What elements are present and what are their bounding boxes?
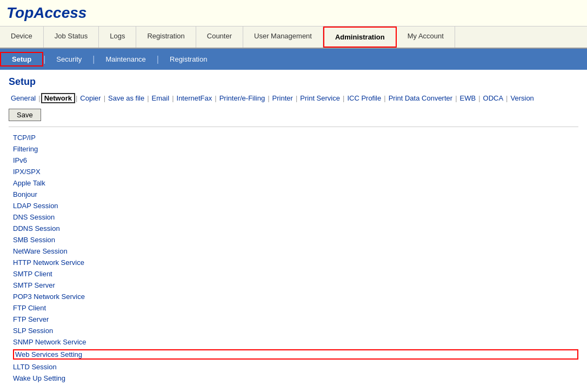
section-tab-network[interactable]: Network [41, 93, 75, 103]
top-nav-item-registration[interactable]: Registration [136, 26, 196, 48]
nav-list-item-ddns-session[interactable]: DDNS Session [13, 224, 578, 232]
section-tab-internetfax[interactable]: InternetFax [175, 94, 215, 102]
content: Setup General | Network | Copier | Save … [0, 70, 587, 389]
nav-list-item-http-network-service[interactable]: HTTP Network Service [13, 258, 578, 267]
section-tab-separator: | [76, 94, 77, 102]
section-tab-version[interactable]: Version [508, 94, 536, 102]
section-tab-separator: | [506, 94, 508, 102]
nav-list: TCP/IPFilteringIPv6IPX/SPXApple TalkBonj… [13, 134, 578, 382]
nav-list-item-lltd-session[interactable]: LLTD Session [13, 363, 578, 371]
top-nav: DeviceJob StatusLogsRegistrationCounterU… [0, 26, 587, 49]
logo: TopAccess [6, 4, 581, 22]
section-tab-print-data-converter[interactable]: Print Data Converter [386, 94, 455, 102]
sub-nav-item-maintenance[interactable]: Maintenance [95, 53, 156, 65]
section-tab-separator: | [296, 94, 297, 102]
section-tab-print-service[interactable]: Print Service [298, 94, 342, 102]
nav-list-item-wake-up-setting[interactable]: Wake Up Setting [13, 374, 578, 382]
nav-list-item-ipxspx[interactable]: IPX/SPX [13, 168, 578, 176]
nav-list-item-dns-session[interactable]: DNS Session [13, 213, 578, 221]
section-tab-separator: | [172, 94, 174, 102]
section-tab-separator: | [268, 94, 269, 102]
section-tab-separator: | [384, 94, 385, 102]
section-tab-separator: | [455, 94, 457, 102]
top-nav-item-device[interactable]: Device [0, 26, 44, 48]
section-tab-odca[interactable]: ODCA [481, 94, 506, 102]
nav-list-item-netware-session[interactable]: NetWare Session [13, 247, 578, 255]
nav-list-item-bonjour[interactable]: Bonjour [13, 190, 578, 198]
section-tab-separator: | [104, 94, 105, 102]
nav-list-item-smtp-client[interactable]: SMTP Client [13, 270, 578, 278]
nav-list-item-ipv6[interactable]: IPv6 [13, 156, 578, 164]
nav-list-item-slp-session[interactable]: SLP Session [13, 327, 578, 335]
top-nav-item-user-management[interactable]: User Management [243, 26, 323, 48]
top-nav-item-my-account[interactable]: My Account [397, 26, 455, 48]
section-tab-separator: | [215, 94, 216, 102]
save-button[interactable]: Save [9, 109, 41, 121]
divider [9, 127, 578, 127]
sub-nav-item-registration[interactable]: Registration [159, 53, 218, 65]
nav-list-item-snmp-network-service[interactable]: SNMP Network Service [13, 338, 578, 346]
section-tab-separator: | [147, 94, 149, 102]
section-tab-printer-e-filing[interactable]: Printer/e-Filing [217, 94, 268, 102]
nav-list-item-smtp-server[interactable]: SMTP Server [13, 281, 578, 289]
nav-list-item-ftp-server[interactable]: FTP Server [13, 315, 578, 323]
section-tab-ewb[interactable]: EWB [458, 94, 478, 102]
top-nav-item-job-status[interactable]: Job Status [44, 26, 99, 48]
top-nav-item-logs[interactable]: Logs [99, 26, 136, 48]
nav-list-item-appletalk[interactable]: Apple Talk [13, 179, 578, 187]
nav-list-item-tcpip[interactable]: TCP/IP [13, 134, 578, 142]
page-title: Setup [9, 76, 578, 88]
section-tab-copier[interactable]: Copier [78, 94, 103, 102]
section-tab-separator: | [343, 94, 344, 102]
top-nav-item-counter[interactable]: Counter [196, 26, 243, 48]
section-tab-printer[interactable]: Printer [270, 94, 295, 102]
sub-nav: Setup|Security|Maintenance|Registration [0, 49, 587, 70]
section-tabs: General | Network | Copier | Save as fil… [9, 93, 578, 103]
section-tab-email[interactable]: Email [150, 94, 172, 102]
top-nav-item-administration[interactable]: Administration [323, 26, 397, 48]
section-tab-separator: | [38, 94, 40, 102]
nav-list-item-smb-session[interactable]: SMB Session [13, 236, 578, 244]
section-tab-separator: | [478, 94, 480, 102]
nav-list-item-filtering[interactable]: Filtering [13, 145, 578, 153]
nav-list-item-ftp-client[interactable]: FTP Client [13, 304, 578, 312]
section-tab-save-as-file[interactable]: Save as file [106, 94, 146, 102]
nav-list-item-web-services-setting[interactable]: Web Services Setting [13, 349, 578, 360]
nav-list-item-ldap-session[interactable]: LDAP Session [13, 202, 578, 210]
section-tab-icc-profile[interactable]: ICC Profile [345, 94, 383, 102]
nav-list-item-pop3-network-service[interactable]: POP3 Network Service [13, 293, 578, 301]
header: TopAccess [0, 0, 587, 26]
sub-nav-item-setup[interactable]: Setup [0, 52, 43, 67]
section-tab-general[interactable]: General [9, 94, 38, 102]
sub-nav-item-security[interactable]: Security [45, 53, 92, 65]
